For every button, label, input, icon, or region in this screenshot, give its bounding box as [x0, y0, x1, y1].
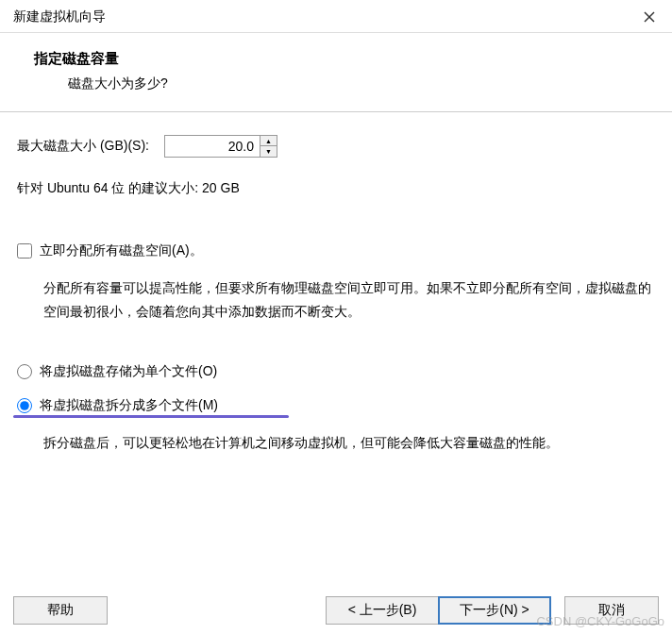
cancel-button[interactable]: 取消	[564, 596, 659, 625]
page-subtitle: 磁盘大小为多少?	[68, 75, 659, 92]
close-icon[interactable]	[640, 8, 659, 26]
wizard-header: 指定磁盘容量 磁盘大小为多少?	[0, 33, 672, 112]
single-file-radio-row[interactable]: 将虚拟磁盘存储为单个文件(O)	[17, 363, 655, 380]
multiple-files-radio-row[interactable]: 将虚拟磁盘拆分成多个文件(M)	[17, 397, 655, 414]
spinner-up-icon[interactable]: ▲	[260, 136, 277, 146]
multiple-files-radio[interactable]	[17, 398, 32, 413]
page-title: 指定磁盘容量	[34, 50, 659, 68]
help-button[interactable]: 帮助	[13, 596, 108, 625]
titlebar: 新建虚拟机向导	[0, 0, 672, 33]
spinner-down-icon[interactable]: ▼	[260, 146, 277, 157]
highlight-underline	[13, 415, 289, 418]
allocate-now-checkbox[interactable]	[17, 243, 32, 259]
button-bar: 帮助 < 上一步(B) 下一步(N) > 取消	[0, 596, 672, 625]
allocate-now-checkbox-row[interactable]: 立即分配所有磁盘空间(A)。	[17, 242, 655, 259]
back-button[interactable]: < 上一步(B)	[326, 596, 439, 625]
disk-size-spinner[interactable]: ▲ ▼	[164, 135, 277, 158]
allocate-now-description: 分配所有容量可以提高性能，但要求所有物理磁盘空间立即可用。如果不立即分配所有空间…	[43, 276, 655, 324]
disk-size-input[interactable]	[165, 136, 260, 157]
disk-size-label: 最大磁盘大小 (GB)(S):	[17, 138, 149, 155]
multiple-files-label: 将虚拟磁盘拆分成多个文件(M)	[40, 397, 218, 414]
content-area: 最大磁盘大小 (GB)(S): ▲ ▼ 针对 Ubuntu 64 位 的建议大小…	[0, 112, 672, 456]
recommended-size-text: 针对 Ubuntu 64 位 的建议大小: 20 GB	[17, 180, 655, 197]
window-title: 新建虚拟机向导	[13, 8, 106, 25]
multiple-files-description: 拆分磁盘后，可以更轻松地在计算机之间移动虚拟机，但可能会降低大容量磁盘的性能。	[43, 431, 655, 455]
allocate-now-label: 立即分配所有磁盘空间(A)。	[40, 242, 203, 259]
disk-size-row: 最大磁盘大小 (GB)(S): ▲ ▼	[17, 135, 655, 158]
single-file-radio[interactable]	[17, 364, 32, 379]
single-file-label: 将虚拟磁盘存储为单个文件(O)	[40, 363, 217, 380]
next-button[interactable]: 下一步(N) >	[438, 596, 551, 625]
